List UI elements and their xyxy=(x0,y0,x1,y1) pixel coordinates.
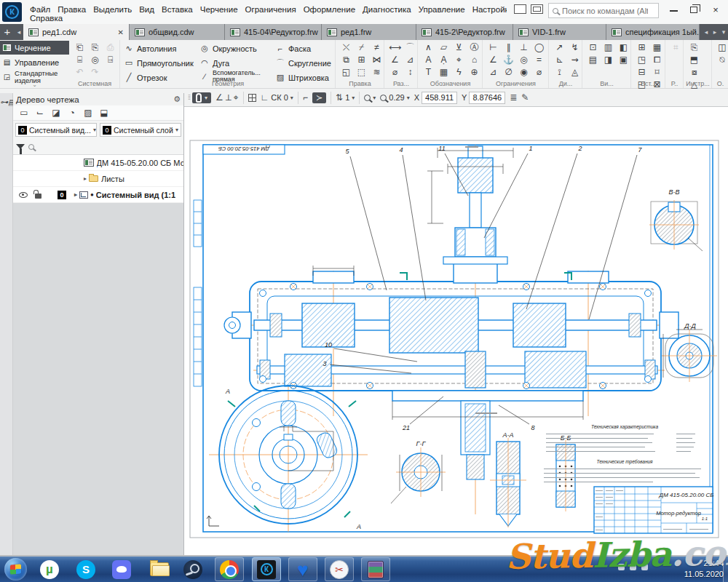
constraint-tool-3[interactable]: ⊥ xyxy=(516,41,531,54)
view-tool-6[interactable]: ▣ xyxy=(616,54,631,66)
insert-tool-5[interactable]: ⊟ xyxy=(634,66,649,79)
side-strip-icon-1[interactable]: ⊶ xyxy=(0,97,8,106)
search-input[interactable] xyxy=(562,7,648,15)
instrument-tool-2[interactable]: ⬒ xyxy=(687,54,702,66)
tab-vid-1-frw[interactable]: VID-1.frw xyxy=(513,24,606,40)
tree-toolbar-icon-3[interactable]: ◪ xyxy=(48,107,64,119)
restore-button[interactable] xyxy=(687,4,701,17)
menu-item-3[interactable]: Выделить xyxy=(90,4,135,14)
edit-tool-5[interactable]: ⊞ xyxy=(354,54,369,66)
snap-toggle[interactable]: ▾ xyxy=(192,92,211,103)
tab-red1-cdw[interactable]: ред1.cdw ✕ xyxy=(23,24,130,40)
tabs-scroll-left-icon[interactable]: ◂ xyxy=(15,24,23,40)
edit-tool-9[interactable]: ≋ xyxy=(369,66,384,79)
constraint-tool-8[interactable]: = xyxy=(531,54,547,66)
edit-tool-2[interactable]: ⌿ xyxy=(354,41,369,54)
edit-tool-3[interactable]: ≠ xyxy=(369,41,384,54)
set-drawing[interactable]: Черчение xyxy=(0,41,69,55)
notation-tool-4[interactable]: Ⓐ xyxy=(467,41,482,54)
new-tab-button[interactable]: + xyxy=(0,24,15,40)
view-tool-2[interactable]: ▥ xyxy=(601,41,616,54)
tree-toolbar-icon-5[interactable]: ▨ xyxy=(80,107,96,119)
view-tool-5[interactable]: ◨ xyxy=(601,54,616,66)
tree-toolbar-icon-6[interactable]: ⬓ xyxy=(96,107,112,119)
snap-mode-icon-3[interactable]: ⌖ xyxy=(234,92,239,103)
edit-tool-7[interactable]: ◱ xyxy=(339,66,354,79)
tab-close-icon[interactable]: ✕ xyxy=(118,28,124,36)
notation-tool-11[interactable]: ϟ xyxy=(451,66,467,79)
coordinate-system-select[interactable]: ∟СК 0▾ xyxy=(261,92,293,103)
notation-tool-7[interactable]: ⌖ xyxy=(451,54,467,66)
tool-circle[interactable]: ◎Окружность xyxy=(199,41,257,55)
notation-tool-2[interactable]: ⏥ xyxy=(436,41,451,54)
y-value[interactable]: 8.87646 xyxy=(469,92,505,104)
tool-fillet[interactable]: ⌒Скругление xyxy=(275,56,331,70)
drawing-canvas[interactable]: ДМ 415-05.20.00 СБ xyxy=(184,107,728,555)
notation-tool-12[interactable]: ⊕ xyxy=(467,66,482,79)
snap-mode-icon-1[interactable]: ∠ xyxy=(215,92,223,103)
system-tool-4[interactable]: ⌸ xyxy=(72,54,87,66)
layers-button[interactable]: ≣ xyxy=(510,92,517,103)
notation-tool-10[interactable]: ▦ xyxy=(436,66,451,79)
constraint-tool-7[interactable]: ◎ xyxy=(516,54,531,66)
o-tool-2[interactable]: ⍉ xyxy=(715,54,728,66)
sets-chevron-icon[interactable]: ⌄ xyxy=(0,81,69,88)
constraint-tool-12[interactable]: ⌀ xyxy=(531,66,547,79)
o-tool-1[interactable]: ◫ xyxy=(715,41,728,54)
snap-mode-icon-2[interactable]: ⟂ xyxy=(226,92,232,103)
edit-tool-8[interactable]: ⬚ xyxy=(354,66,369,79)
dimension-tool-5[interactable]: ⌀ xyxy=(387,66,403,79)
system-tool-5[interactable]: ◎ xyxy=(87,54,103,66)
dimension-tool-3[interactable]: ∠ xyxy=(387,54,403,66)
window-layout-icon[interactable] xyxy=(514,4,526,14)
taskbar-chrome[interactable] xyxy=(215,557,244,581)
tabs-list-icon[interactable]: ▾ xyxy=(719,24,728,40)
menu-item-10[interactable]: Управление xyxy=(415,4,469,14)
drawing-sheet[interactable]: ДМ 415-05.20.00 СБ xyxy=(184,107,727,555)
tree-toolbar-icon-4[interactable]: ◔ xyxy=(64,107,80,119)
diagnostic-tool-4[interactable]: ⇝ xyxy=(567,54,582,66)
tree-item-document[interactable]: ДМ 415-05.20.00 СБ Мо xyxy=(13,155,183,171)
lock-icon[interactable] xyxy=(35,194,41,199)
tool-autoline[interactable]: ∿Автолиния xyxy=(124,41,176,55)
visibility-eye-icon[interactable] xyxy=(19,192,28,198)
insert-tool-2[interactable]: ▦ xyxy=(649,41,665,54)
constraint-tool-5[interactable]: ∠ xyxy=(486,54,501,66)
dimension-tool-1[interactable]: ⟷ xyxy=(387,41,403,54)
tree-toolbar-icon-1[interactable]: ▭ xyxy=(16,107,32,119)
taskbar-heart-app[interactable]: ♥ xyxy=(288,557,317,581)
system-tool-8[interactable]: ↷ xyxy=(87,66,103,79)
tree-toolbar-icon-2[interactable]: ⌙ xyxy=(32,107,48,119)
style-picker-button[interactable]: ✎ xyxy=(521,92,529,103)
diagnostic-tool-3[interactable]: ⊾ xyxy=(552,54,567,66)
constraint-tool-9[interactable]: ⊿ xyxy=(486,66,501,79)
insert-tool-4[interactable]: ⧠ xyxy=(649,54,665,66)
taskbar-winrar[interactable] xyxy=(361,557,390,581)
set-management[interactable]: ▤Управление xyxy=(0,55,69,69)
tab-obshvid-cdw[interactable]: общвид.cdw xyxy=(130,24,225,40)
insert-tool-6[interactable]: ⌑ xyxy=(649,66,665,79)
r-tool-1[interactable]: ⌗ xyxy=(668,41,684,54)
dimension-tool-2[interactable]: ⌒ xyxy=(403,41,418,54)
view-tool-3[interactable]: ◧ xyxy=(616,41,631,54)
edit-tool-1[interactable]: ⤬ xyxy=(339,41,354,54)
view-tool-4[interactable]: ▤ xyxy=(585,54,601,66)
menu-item-7[interactable]: Ограничения xyxy=(242,4,300,14)
tool-chamfer[interactable]: ⌐Фаска xyxy=(275,41,311,55)
instrument-tool-3[interactable]: ⧇ xyxy=(687,66,702,79)
toolbar-handle[interactable]: ⁞⁞ xyxy=(188,94,190,101)
constraint-tool-11[interactable]: ◉ xyxy=(516,66,531,79)
window-cascade-icon[interactable] xyxy=(531,4,543,14)
diagnostic-tool-5[interactable]: ⟟ xyxy=(552,66,567,79)
system-tool-2[interactable]: ⎘ xyxy=(87,41,103,54)
taskbar-skype[interactable]: S xyxy=(71,557,100,581)
line-scale-select[interactable]: ⇅1▾ xyxy=(336,92,355,103)
taskbar-steam[interactable] xyxy=(178,557,207,581)
constraint-tool-1[interactable]: ⊢ xyxy=(486,41,501,54)
insert-tool-3[interactable]: ◳ xyxy=(634,54,649,66)
taskbar-snipping-tool[interactable]: ✂ xyxy=(325,557,354,581)
system-tool-6[interactable]: ⍈ xyxy=(103,54,118,66)
edit-tool-6[interactable]: ⋈ xyxy=(369,54,384,66)
menu-item-6[interactable]: Черчение xyxy=(197,4,242,14)
grid-toggle[interactable] xyxy=(248,94,256,102)
